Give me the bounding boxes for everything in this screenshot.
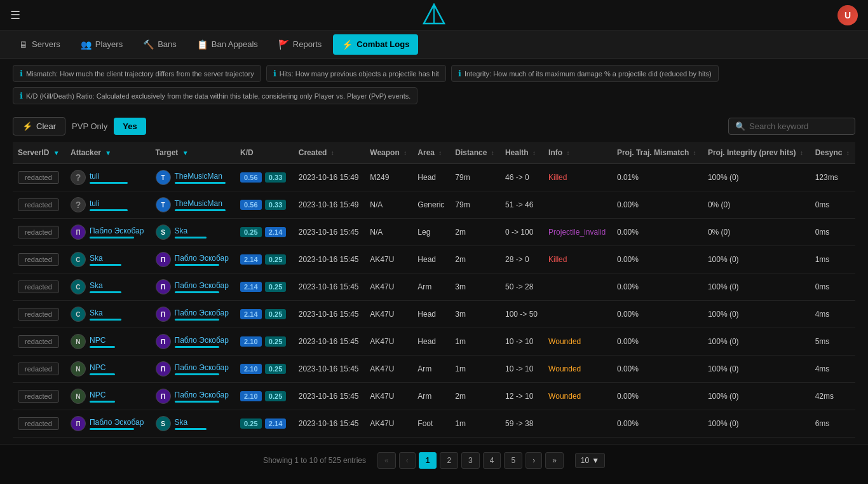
bans-icon: 🔨 [143,39,154,50]
target-name[interactable]: Ska [175,226,207,235]
target-name[interactable]: Пабло Эскобар [175,308,229,317]
kd-badge-1: 2.10 [240,364,261,374]
cell-desync: 0ms [810,273,855,301]
kd-badge-1: 2.10 [240,336,261,347]
server-id-button[interactable]: redacted [18,417,59,430]
target-name[interactable]: Пабло Эскобар [175,281,229,290]
cell-target: П Пабло Эскобар [151,356,236,383]
target-name[interactable]: Пабло Эскобар [175,336,229,345]
prev-page-button[interactable]: ‹ [399,452,416,469]
cell-health: 46 -> 0 [500,164,543,191]
server-id-button[interactable]: redacted [18,363,59,375]
info-value: Killed [548,173,567,182]
filter-target-icon[interactable]: ▼ [182,149,189,156]
page-3-button[interactable]: 3 [461,452,480,469]
search-box[interactable]: 🔍 [728,118,855,135]
tab-players[interactable]: 👥 Players [72,34,132,55]
cell-proj-integrity: 100% (0) [703,410,810,438]
kd-badge-1: 0.56 [240,200,261,210]
ban-appeals-icon: 📋 [197,39,208,50]
page-5-button[interactable]: 5 [504,452,522,469]
page-4-button[interactable]: 4 [483,452,501,469]
tab-bans[interactable]: 🔨 Bans [134,34,186,55]
search-input[interactable] [749,121,848,131]
per-page-selector[interactable]: 10 ▼ [575,453,605,468]
target-avatar: T [156,170,171,185]
target-name[interactable]: TheMusicMan [175,172,226,181]
sort-mismatch-icon[interactable]: ↕ [693,149,696,156]
sort-weapon-icon[interactable]: ↕ [403,149,407,156]
cell-proj-integrity: 0% (0) [703,219,810,246]
sort-desync-icon[interactable]: ↕ [846,149,850,156]
server-id-button[interactable]: redacted [18,171,59,184]
col-desync: Desync ↕ [810,142,855,164]
server-id-button[interactable]: redacted [18,253,59,266]
target-name[interactable]: Пабло Эскобар [175,391,229,399]
user-avatar[interactable]: U [837,5,858,25]
sort-area-icon[interactable]: ↕ [438,149,442,156]
kd-badge-1: 2.10 [240,391,261,401]
cell-created: 2023-10-16 15:45 [294,410,365,438]
cell-target: П Пабло Эскобар [151,301,236,328]
last-page-button[interactable]: » [545,452,564,469]
server-id-button[interactable]: redacted [18,226,59,239]
target-info: Пабло Эскобар [175,391,229,403]
cell-attacker: ? tuli [65,191,151,219]
attacker-name[interactable]: Ska [90,254,121,263]
attacker-name[interactable]: Ska [90,281,121,290]
server-id-button[interactable]: redacted [18,390,59,403]
target-name[interactable]: Пабло Эскобар [175,363,229,372]
info-pill-kd: ℹ K/D (Kill/Death) Ratio: Calculated exc… [13,87,417,104]
cell-proj-integrity: 100% (0) [703,301,810,328]
target-name[interactable]: Пабло Эскобар [175,254,229,263]
cell-desync: 42ms [810,383,855,410]
server-id-button[interactable]: redacted [18,308,59,321]
cell-info: Wounded [543,328,612,356]
tab-combat-logs[interactable]: ⚡ Combat Logs [333,34,418,55]
page-2-button[interactable]: 2 [440,452,458,469]
filter-server-icon[interactable]: ▼ [53,149,60,156]
attacker-bar [90,373,115,375]
cell-health: 59 -> 38 [500,410,543,438]
col-distance: Distance ↕ [450,142,500,164]
tab-reports[interactable]: 🚩 Reports [269,34,331,55]
tab-servers[interactable]: 🖥 Servers [10,34,69,55]
cell-attacker: N NPC [65,356,151,383]
target-name[interactable]: Ska [175,418,207,427]
server-id-button[interactable]: redacted [18,335,59,348]
server-id-button[interactable]: redacted [18,198,59,211]
cell-weapon: N/A [365,219,412,246]
attacker-name[interactable]: tuli [90,199,128,208]
target-name[interactable]: TheMusicMan [175,199,226,208]
attacker-name[interactable]: tuli [90,172,128,181]
clear-button[interactable]: ⚡ Clear [13,117,65,135]
filter-attacker-icon[interactable]: ▼ [105,149,111,156]
attacker-name[interactable]: Пабло Эскобар [90,226,144,235]
target-avatar: П [156,279,171,294]
attacker-name[interactable]: Пабло Эскобар [90,418,144,427]
col-attacker: Attacker ▼ [65,142,151,164]
target-bar [175,346,219,348]
tab-ban-appeals[interactable]: 📋 Ban Appeals [188,34,267,55]
kd-badge-2: 0.25 [265,282,286,292]
tab-reports-label: Reports [293,39,322,49]
first-page-button[interactable]: « [377,452,396,469]
sort-health-icon[interactable]: ↕ [532,149,536,156]
sort-integrity-icon[interactable]: ↕ [800,149,803,156]
next-page-button[interactable]: › [526,452,542,469]
target-info: Пабло Эскобар [175,308,229,321]
filter-left: ⚡ Clear PVP Only Yes [13,117,146,135]
server-id-button[interactable]: redacted [18,280,59,293]
page-1-button[interactable]: 1 [419,452,437,469]
attacker-name[interactable]: NPC [90,391,115,399]
target-avatar: П [156,334,171,349]
sort-info-icon[interactable]: ↕ [566,149,569,156]
sort-distance-icon[interactable]: ↕ [491,149,494,156]
hamburger-icon[interactable]: ☰ [10,8,20,22]
pvp-only-toggle[interactable]: Yes [114,118,146,135]
attacker-name[interactable]: Ska [90,308,121,317]
sort-created-icon[interactable]: ↕ [331,149,334,156]
attacker-name[interactable]: NPC [90,336,115,345]
attacker-name[interactable]: NPC [90,363,115,372]
info-icon-integrity: ℹ [458,69,461,78]
